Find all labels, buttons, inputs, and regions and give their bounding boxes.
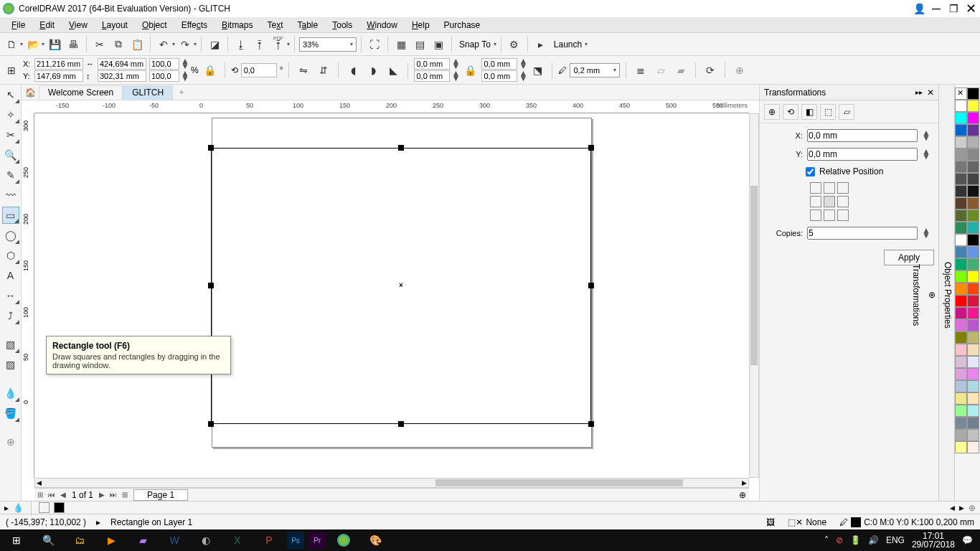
account-icon[interactable]: 👤: [913, 2, 925, 15]
tray-volume-icon[interactable]: 🔊: [868, 535, 879, 545]
scale-x-input[interactable]: [149, 58, 179, 70]
tray-notifications-icon[interactable]: 💬: [962, 535, 973, 545]
drawing-canvas[interactable]: ×: [34, 113, 749, 478]
export-button[interactable]: ⭱: [251, 36, 268, 53]
redo-dropdown[interactable]: ▾: [194, 41, 197, 47]
palette-add-icon[interactable]: ⊕: [969, 503, 976, 513]
color-swatch[interactable]: [955, 161, 967, 173]
maximize-button[interactable]: ❐: [947, 2, 960, 15]
color-swatch[interactable]: [967, 368, 979, 380]
page-next-button[interactable]: ▶: [96, 489, 108, 501]
eyedropper-tool[interactable]: 💧: [2, 385, 19, 402]
color-swatch[interactable]: [955, 331, 967, 344]
x-position-input[interactable]: [34, 58, 83, 70]
color-swatch[interactable]: [967, 161, 979, 173]
fullscreen-button[interactable]: ⛶: [366, 36, 383, 53]
color-swatch[interactable]: [955, 197, 967, 209]
search-button[interactable]: 🔍: [34, 530, 62, 550]
color-swatch[interactable]: [967, 441, 979, 453]
lock-ratio-button[interactable]: 🔒: [202, 62, 219, 79]
fill-tool[interactable]: 🪣: [2, 405, 19, 422]
docker-close-icon[interactable]: ✕: [927, 88, 934, 98]
handle-bl[interactable]: [208, 421, 214, 427]
color-swatch[interactable]: [967, 356, 979, 368]
rotation-input[interactable]: [241, 63, 277, 77]
menu-edit[interactable]: Edit: [32, 19, 62, 32]
y-position-input[interactable]: [34, 70, 83, 82]
color-swatch[interactable]: [967, 185, 979, 197]
zoom-tool[interactable]: 🔍: [2, 146, 19, 164]
color-swatch[interactable]: [967, 344, 979, 356]
color-swatch[interactable]: [967, 112, 979, 124]
undo-button[interactable]: ↶: [155, 36, 172, 53]
show-guidelines-button[interactable]: ▣: [430, 36, 447, 53]
vertical-scrollbar[interactable]: [749, 113, 759, 478]
color-swatch[interactable]: [955, 222, 967, 234]
launch-label[interactable]: Launch: [551, 39, 585, 50]
height-input[interactable]: [98, 70, 146, 82]
corner-tr-input[interactable]: [481, 58, 517, 70]
color-swatch[interactable]: [967, 429, 979, 441]
page-add-button[interactable]: ⊞: [34, 489, 46, 501]
tray-chevron-icon[interactable]: ˄: [824, 535, 829, 545]
menu-purchase[interactable]: Purchase: [437, 19, 488, 32]
word-icon[interactable]: W: [161, 530, 188, 550]
color-swatch[interactable]: [967, 417, 979, 429]
dimension-tool[interactable]: ↔: [2, 287, 19, 304]
paste-button[interactable]: 📋: [128, 36, 146, 53]
color-swatch[interactable]: [967, 319, 979, 331]
palette-scroll-right[interactable]: ▶: [959, 504, 964, 512]
transform-rotate-icon[interactable]: ⟲: [783, 104, 798, 120]
home-tab-icon[interactable]: 🏠: [22, 85, 39, 100]
launch-dropdown[interactable]: ▾: [585, 41, 588, 47]
tray-network-icon[interactable]: ⊘: [836, 535, 843, 545]
relative-corner-button[interactable]: ⬔: [529, 62, 546, 79]
handle-tm[interactable]: [398, 145, 404, 151]
photoshop-icon[interactable]: Ps: [287, 532, 304, 549]
new-dropdown[interactable]: ▾: [20, 41, 23, 47]
handle-tr[interactable]: [588, 145, 594, 151]
corner-tl-input[interactable]: [414, 58, 450, 70]
color-swatch[interactable]: [955, 441, 967, 453]
document-tab[interactable]: GLITCH: [123, 85, 173, 100]
color-swatch[interactable]: [967, 149, 979, 161]
horizontal-scrollbar[interactable]: ◀ ▶: [34, 478, 749, 488]
docker-collapse-icon[interactable]: ▸▸: [915, 88, 923, 96]
menu-file[interactable]: File: [4, 19, 32, 32]
color-swatch[interactable]: [967, 258, 979, 270]
no-color-swatch[interactable]: [955, 88, 967, 100]
transform-size-icon[interactable]: ⬚: [820, 104, 836, 120]
open-dropdown[interactable]: ▾: [42, 41, 44, 47]
snap-to-label[interactable]: Snap To: [456, 39, 494, 50]
outline-width-combo[interactable]: ▾: [570, 63, 620, 77]
color-swatch[interactable]: [955, 209, 967, 222]
crop-tool[interactable]: ✂: [2, 126, 19, 143]
relative-position-checkbox[interactable]: [806, 167, 815, 176]
quick-customize-button[interactable]: ⊕: [731, 62, 748, 79]
color-swatch[interactable]: [967, 270, 979, 283]
cut-button[interactable]: ✂: [91, 36, 108, 53]
color-swatch[interactable]: [955, 429, 967, 441]
handle-br[interactable]: [588, 421, 594, 427]
vertical-ruler[interactable]: 300250200 15010050 0: [22, 113, 34, 478]
palette-no-fill[interactable]: [39, 502, 50, 513]
scale-y-input[interactable]: [149, 70, 179, 82]
color-swatch[interactable]: [955, 344, 967, 356]
color-swatch[interactable]: [955, 185, 967, 197]
color-swatch[interactable]: [955, 392, 967, 405]
page-tab[interactable]: Page 1: [133, 489, 188, 501]
color-swatch[interactable]: [955, 380, 967, 392]
color-proof-icon[interactable]: 🖼: [766, 517, 775, 527]
snap-dropdown[interactable]: ▾: [494, 41, 496, 47]
corner-scallop-button[interactable]: ◗: [364, 62, 382, 79]
fill-swatch-icon[interactable]: ⬚✕: [788, 517, 803, 527]
page-prev-button[interactable]: ◀: [57, 489, 69, 501]
palette-scroll-left[interactable]: ◀: [950, 504, 955, 512]
drop-shadow-tool[interactable]: ▧: [2, 336, 19, 353]
color-swatch[interactable]: [967, 246, 979, 258]
vtab-object-properties[interactable]: Object Properties: [941, 258, 954, 333]
outline-width-input[interactable]: [573, 66, 615, 75]
print-button[interactable]: 🖶: [65, 36, 82, 53]
show-rulers-button[interactable]: ▦: [392, 36, 410, 53]
color-swatch[interactable]: [955, 295, 967, 307]
